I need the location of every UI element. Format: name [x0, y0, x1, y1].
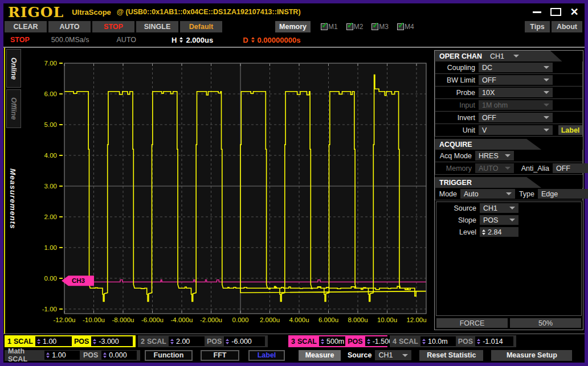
channel-1-position-input[interactable]: -3.000: [91, 336, 133, 346]
spinner-icon[interactable]: [251, 37, 255, 43]
memory-depth-row: Memory AUTO Anti_Alia OFF: [435, 162, 583, 175]
trigger-title: TRIGGER: [439, 179, 472, 187]
memory-channel-m4[interactable]: ✓ M4: [397, 23, 414, 31]
channel-2-scale-input[interactable]: 2.00: [169, 336, 205, 346]
unit-dropdown[interactable]: V: [479, 125, 553, 135]
probe-value: 10X: [482, 89, 495, 97]
spinner-icon[interactable]: [226, 339, 229, 344]
horizontal-scale-control[interactable]: H 2.000us: [172, 36, 213, 44]
coupling-dropdown[interactable]: DC: [479, 63, 553, 72]
memory-button[interactable]: Memory: [275, 21, 311, 32]
spinner-icon[interactable]: [422, 339, 426, 344]
spinner-icon[interactable]: [477, 339, 480, 344]
clear-button[interactable]: CLEAR: [5, 21, 47, 32]
spinner-icon[interactable]: [93, 339, 96, 344]
check-icon: ✓: [321, 20, 328, 30]
settings-panel: OPER CHAN CH1 Coupling DC BW Limit OFF P…: [434, 50, 583, 330]
trigger-slope-value: POS: [483, 216, 498, 224]
channel-3-block[interactable]: 3 SCAL 500m POS -1.500: [288, 335, 387, 347]
bw-limit-value: OFF: [482, 76, 496, 84]
measure-source-dropdown[interactable]: CH1: [375, 350, 411, 360]
anti-alias-label: Anti_Alia: [514, 165, 549, 172]
trigger-50-percent-button[interactable]: 50%: [510, 318, 581, 328]
math-scale-value: 1.00: [52, 351, 66, 359]
spinner-icon[interactable]: [367, 339, 370, 344]
channel-1-block[interactable]: 1 SCAL 1.00 POS -3.000: [5, 335, 136, 347]
spinner-icon[interactable]: [46, 352, 50, 358]
waveform-plot[interactable]: -12.00u-10.00u-8.000u-6.000u-4.000u-2.00…: [17, 48, 431, 334]
spinner-icon[interactable]: [37, 339, 40, 344]
math-measure-bar: Math SCAL 1.00 POS 0.000 Function FFT La…: [3, 348, 585, 362]
math-label-button[interactable]: Label: [248, 350, 285, 361]
measure-button[interactable]: Measure: [299, 350, 341, 361]
checkbox-icon: ✓: [346, 23, 353, 30]
trigger-mode-dropdown[interactable]: Auto: [460, 189, 515, 199]
y-axis-tick-label: 3.00: [44, 183, 57, 190]
math-scale-input[interactable]: 1.00: [44, 351, 80, 360]
channel-label-button[interactable]: Label: [558, 125, 582, 135]
default-button[interactable]: Default: [180, 21, 222, 32]
channel-1-scale-input[interactable]: 1.00: [35, 336, 72, 346]
measure-setup-button[interactable]: Measure Setup: [491, 350, 572, 361]
trigger-source-dropdown[interactable]: CH1: [480, 203, 518, 213]
trigger-actions: FORCE 50%: [435, 317, 583, 330]
spinner-icon[interactable]: [482, 229, 485, 235]
acquire-title: ACQUIRE: [439, 141, 472, 149]
channel-2-block[interactable]: 2 SCAL 2.00 POS -6.000: [138, 335, 268, 347]
channel-4-block[interactable]: 4 SCAL 10.0m POS -1.014: [390, 335, 516, 347]
bw-limit-label: BW Limit: [435, 76, 475, 84]
anti-alias-dropdown[interactable]: OFF: [553, 163, 588, 173]
channel-2-position-value: -6.000: [231, 338, 251, 346]
memory-channel-m3[interactable]: ✓ M3: [371, 23, 389, 31]
trigger-type-dropdown[interactable]: Edge: [538, 189, 588, 199]
memory-channel-m1[interactable]: ✓ M1: [321, 23, 338, 31]
invert-dropdown[interactable]: OFF: [479, 113, 553, 122]
position-label: POS: [458, 338, 473, 346]
trigger-level-input[interactable]: 2.84: [480, 227, 518, 237]
acq-mode-dropdown[interactable]: HRES: [475, 151, 514, 161]
run-stop-button[interactable]: STOP: [92, 21, 134, 32]
x-axis-tick-label: -8.000u: [112, 316, 134, 323]
minimize-icon: [533, 11, 541, 13]
channel-3-scale-input[interactable]: 500m: [319, 336, 345, 346]
fft-button[interactable]: FFT: [201, 350, 239, 361]
x-axis-tick-label: 8.000u: [348, 316, 368, 323]
minimize-button[interactable]: [531, 6, 542, 18]
single-button[interactable]: SINGLE: [136, 21, 178, 32]
close-button[interactable]: ✕: [569, 6, 580, 18]
tips-button[interactable]: Tips: [525, 21, 550, 32]
chevron-down-icon: [544, 104, 549, 106]
auto-button[interactable]: AUTO: [48, 21, 91, 32]
spinner-icon[interactable]: [103, 352, 107, 358]
channel-4-position-input[interactable]: -1.014: [475, 336, 513, 346]
bw-limit-dropdown[interactable]: OFF: [479, 75, 553, 85]
about-button[interactable]: About: [552, 21, 582, 32]
channel-4-position-value: -1.014: [483, 338, 503, 346]
channel-2-position-input[interactable]: -6.000: [224, 336, 265, 346]
trigger-type-value: Edge: [541, 190, 558, 198]
math-position-input[interactable]: 0.000: [101, 351, 137, 360]
math-position-label: POS: [83, 351, 98, 359]
reset-statistic-button[interactable]: Reset Statistic: [419, 350, 483, 361]
function-button[interactable]: Function: [145, 350, 193, 361]
y-axis-tick-label: 1.00: [44, 244, 57, 251]
delay-value: 0.00000000s: [258, 36, 301, 44]
measurements-panel-handle[interactable]: Measurements: [9, 168, 17, 229]
oper-chan-channel-selector[interactable]: CH1: [490, 52, 519, 60]
memory-channel-m2[interactable]: ✓ M2: [346, 23, 364, 31]
waveform-display[interactable]: -12.00u-10.00u-8.000u-6.000u-4.000u-2.00…: [17, 48, 431, 334]
spinner-icon[interactable]: [170, 339, 174, 344]
trigger-slope-dropdown[interactable]: POS: [480, 215, 518, 225]
spinner-icon[interactable]: [179, 37, 183, 43]
force-trigger-button[interactable]: FORCE: [436, 318, 508, 328]
spinner-icon[interactable]: [321, 339, 324, 344]
maximize-button[interactable]: [550, 6, 561, 18]
invert-value: OFF: [482, 114, 496, 122]
title-bar: RIGOL UltraScope @ (USB0::0x1AB1::0x04CE…: [3, 3, 585, 20]
probe-dropdown[interactable]: 10X: [479, 88, 553, 97]
delay-control[interactable]: D 0.00000000s: [243, 36, 300, 44]
channel-4-scale-input[interactable]: 10.0m: [420, 336, 456, 346]
x-axis-tick-label: 0.000: [232, 316, 249, 323]
channel-1-position-value: -3.000: [99, 338, 119, 346]
probe-row: Probe 10X: [435, 87, 583, 99]
